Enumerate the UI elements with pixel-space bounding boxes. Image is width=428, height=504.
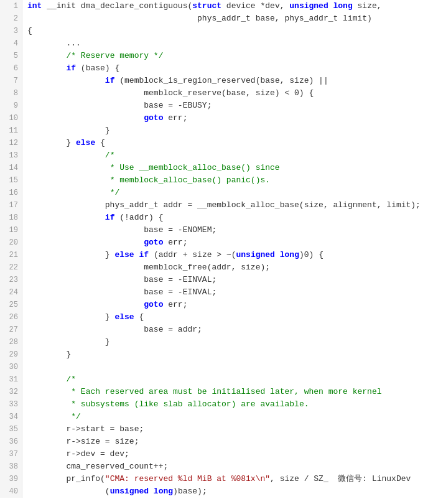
line-number: 12 (4, 137, 18, 149)
token-plain (27, 163, 105, 172)
token-plain: err; (163, 238, 187, 247)
code-line: /* (27, 149, 428, 162)
token-plain: { (95, 138, 105, 147)
code-line: if (base) { (27, 62, 428, 75)
line-number: 37 (4, 448, 18, 460)
code-line: */ (27, 411, 428, 423)
token-plain: } (27, 350, 71, 359)
token-cm: */ (66, 412, 80, 421)
code-line (27, 361, 428, 373)
code-line: memblock_free(addr, size); (27, 261, 428, 274)
token-plain: __init dma_declare_contiguous( (42, 1, 192, 11)
token-plain: } (27, 138, 76, 147)
token-plain: cma_reserved_count++; (27, 462, 168, 471)
line-number: 23 (4, 274, 18, 286)
token-kw: long (333, 1, 353, 11)
code-line: base = -EINVAL; (27, 274, 428, 286)
token-plain: (!addr) { (114, 213, 163, 222)
token-plain (275, 250, 280, 259)
token-plain (27, 113, 144, 123)
token-plain: base = -ENOMEM; (27, 225, 216, 235)
code-line: goto err; (27, 236, 428, 249)
token-kw: if (139, 250, 149, 259)
token-kw: if (66, 63, 76, 73)
token-cm: /* Reserve memory */ (66, 51, 163, 60)
line-number: 8 (4, 87, 18, 100)
code-line: } else { (27, 311, 428, 324)
token-plain: base = -EINVAL; (27, 275, 216, 284)
token-plain: } (27, 337, 110, 347)
code-line: } (27, 124, 428, 137)
token-plain (149, 487, 154, 496)
token-kw: long (280, 250, 299, 259)
token-plain: device *dev, (221, 1, 289, 11)
code-line: /* Reserve memory */ (27, 50, 428, 62)
code-line: */ (27, 187, 428, 199)
token-plain: r->dev = dev; (27, 449, 129, 459)
line-number: 22 (4, 261, 18, 274)
token-plain (328, 1, 333, 11)
token-plain (27, 51, 66, 60)
code-line: ... (27, 37, 428, 50)
code-area[interactable]: int __init dma_declare_contiguous(struct… (22, 0, 428, 498)
token-plain: , size / SZ_ 微信号: LinuxDev (270, 474, 411, 483)
token-plain (27, 76, 105, 85)
token-cm: * subsystems (like slab allocator) are a… (66, 399, 309, 409)
line-number: 4 (4, 37, 18, 50)
token-kw: unsigned (110, 487, 149, 496)
token-kw: if (105, 213, 115, 222)
token-plain: memblock_reserve(base, size) < 0) { (27, 88, 314, 98)
line-number: 30 (4, 361, 18, 373)
code-line: goto err; (27, 112, 428, 124)
line-number: 26 (4, 311, 18, 324)
token-plain (27, 151, 105, 160)
token-plain (27, 399, 66, 409)
line-number: 36 (4, 436, 18, 448)
code-line: } (27, 336, 428, 348)
token-plain (27, 387, 66, 396)
line-number: 10 (4, 112, 18, 124)
token-plain (27, 375, 66, 384)
token-plain (27, 412, 66, 421)
line-number: 27 (4, 324, 18, 336)
token-kw: unsigned (236, 250, 275, 259)
line-number: 34 (4, 411, 18, 423)
line-number: 40 (4, 485, 18, 498)
line-number: 6 (4, 62, 18, 75)
line-number: 15 (4, 174, 18, 187)
line-number: 38 (4, 460, 18, 473)
code-line: base = addr; (27, 324, 428, 336)
token-plain: base = -EINVAL; (27, 287, 216, 297)
token-plain (27, 63, 66, 73)
token-plain: (base) { (76, 63, 119, 73)
token-plain: phys_addr_t addr = __memblock_alloc_base… (27, 200, 421, 210)
code-line: r->size = size; (27, 436, 428, 448)
code-line: cma_reserved_count++; (27, 460, 428, 473)
token-cm: /* (66, 375, 76, 384)
token-plain: { (134, 312, 144, 322)
code-line: r->start = base; (27, 423, 428, 436)
line-number: 1 (4, 0, 18, 12)
code-line: memblock_reserve(base, size) < 0) { (27, 87, 428, 100)
token-plain: base = addr; (27, 325, 202, 334)
line-number: 21 (4, 249, 18, 261)
code-line: } else if (addr + size > ~(unsigned long… (27, 249, 428, 261)
token-plain: )0) { (299, 250, 323, 259)
token-plain: } (27, 126, 110, 135)
token-kw: goto (144, 300, 163, 309)
token-plain: { (27, 26, 32, 35)
line-number: 25 (4, 299, 18, 311)
token-cm: /* (105, 151, 115, 160)
code-line: int __init dma_declare_contiguous(struct… (27, 0, 428, 12)
line-number: 5 (4, 50, 18, 62)
line-number: 20 (4, 236, 18, 249)
token-plain (27, 300, 144, 309)
code-line: * subsystems (like slab allocator) are a… (27, 398, 428, 411)
line-number: 32 (4, 386, 18, 398)
code-line: * Each reserved area must be initialised… (27, 386, 428, 398)
token-kw: else (114, 250, 134, 259)
code-line: goto err; (27, 299, 428, 311)
token-cm: * Each reserved area must be initialised… (66, 387, 381, 396)
line-number: 9 (4, 100, 18, 112)
line-number: 7 (4, 75, 18, 87)
